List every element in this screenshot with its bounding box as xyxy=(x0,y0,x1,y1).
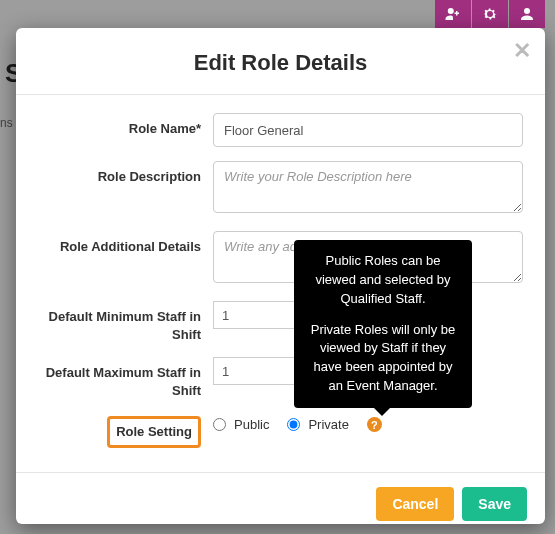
role-description-input[interactable] xyxy=(213,161,523,213)
role-setting-private-radio[interactable] xyxy=(287,418,300,431)
role-setting-public-radio[interactable] xyxy=(213,418,226,431)
min-staff-label: Default Minimum Staff in Shift xyxy=(38,301,213,343)
save-button[interactable]: Save xyxy=(462,487,527,521)
tooltip-line-1: Public Roles can be viewed and selected … xyxy=(308,252,458,309)
cancel-button[interactable]: Cancel xyxy=(376,487,454,521)
header-user-plus-icon xyxy=(435,0,471,28)
modal-title: Edit Role Details xyxy=(36,50,525,76)
page-text-fragment: ns xyxy=(0,116,13,130)
role-additional-label: Role Additional Details xyxy=(38,231,213,256)
edit-role-modal: Edit Role Details ✕ Role Name* Role Desc… xyxy=(16,28,545,524)
help-icon[interactable]: ? xyxy=(367,417,382,432)
role-setting-options: Public Private ? xyxy=(213,413,523,432)
modal-body: Role Name* Role Description Role Additio… xyxy=(16,95,545,472)
header-user-icon xyxy=(509,0,545,28)
modal-footer: Cancel Save xyxy=(16,472,545,534)
close-button[interactable]: ✕ xyxy=(513,38,531,64)
tooltip-line-2: Private Roles will only be viewed by Sta… xyxy=(308,321,458,396)
role-setting-tooltip: Public Roles can be viewed and selected … xyxy=(294,240,472,408)
role-name-label: Role Name* xyxy=(38,113,213,138)
role-name-input[interactable] xyxy=(213,113,523,147)
role-setting-private-label: Private xyxy=(308,417,348,432)
close-icon: ✕ xyxy=(513,38,531,63)
modal-header: Edit Role Details ✕ xyxy=(16,28,545,95)
role-setting-public-label: Public xyxy=(234,417,269,432)
role-setting-label: Role Setting xyxy=(107,416,201,448)
header-gear-icon xyxy=(472,0,508,28)
max-staff-label: Default Maximum Staff in Shift xyxy=(38,357,213,399)
role-description-label: Role Description xyxy=(38,161,213,186)
app-header-icons xyxy=(434,0,545,28)
